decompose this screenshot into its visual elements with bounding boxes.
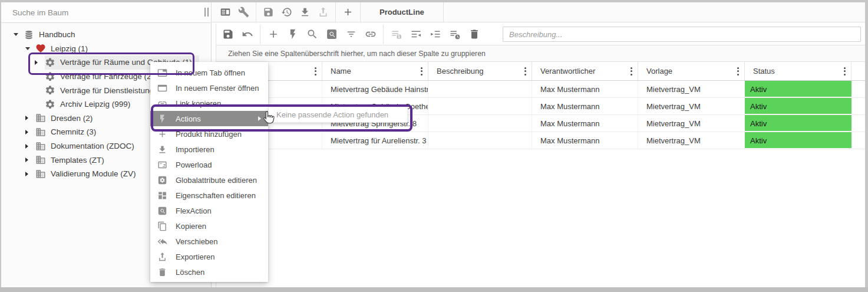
tree-search-row [1,2,211,23]
panel-splitter-handle[interactable] [204,8,209,17]
move-icon [157,237,167,247]
cell-name: Mietvertrag Gebäude Hainstr. 9 [322,81,428,97]
chevron-right-icon[interactable] [25,158,35,162]
tab-bar: ProductLine [212,2,865,22]
save-icon[interactable] [218,24,237,45]
search-icon[interactable] [302,24,322,45]
column-menu-icon[interactable] [844,67,851,76]
menu-item-actions[interactable]: Actions [150,111,268,126]
powerload-icon [157,160,167,170]
description-filter-input[interactable] [503,27,861,42]
upload-icon[interactable] [314,2,332,22]
menu-item-delete[interactable]: Löschen [150,264,268,280]
tab-productline[interactable]: ProductLine [364,2,440,22]
column-menu-icon[interactable] [524,67,532,76]
cell-vorlage: Mietvertrag_VM [638,132,745,149]
submenu-empty-message: Keine passende Action gefunden [276,110,388,119]
grid-toolbar [216,24,865,45]
column-menu-icon[interactable] [421,67,428,76]
status-badge: Aktiv [745,115,852,132]
column-menu-icon[interactable] [631,67,638,76]
column-header-vorlage[interactable]: Vorlage [638,62,745,80]
status-badge: Aktiv [745,81,852,97]
chevron-right-icon[interactable] [25,144,35,149]
filter-icon[interactable] [341,24,361,45]
menu-item-move[interactable]: Verschieben [150,234,268,249]
download-icon[interactable] [296,2,314,22]
building-icon [35,127,46,137]
link-icon[interactable] [361,24,380,45]
column-header-verantwortlicher[interactable]: Verantwortlicher [532,62,638,80]
menu-item-copy[interactable]: Kopieren [150,218,268,234]
building-icon [35,169,46,179]
cell-beschreibung [428,81,532,97]
database-icon [24,29,34,40]
chevron-right-icon[interactable] [25,130,35,134]
data-grid: Produkt-ID Name Beschreibung Verantwortl… [216,62,865,287]
menu-item-flexaction[interactable]: FlexAction [150,203,268,218]
global-attributes-icon [157,175,167,185]
table-row[interactable]: Mietvertrag für Aurelienstr. 3 Max Muste… [216,132,865,149]
gear-icon [45,85,55,96]
menu-item-export[interactable]: Exportieren [150,249,268,264]
chevron-down-icon[interactable] [25,47,35,50]
cell-verantwortlicher: Max Mustermann [532,132,638,149]
chevron-right-icon[interactable] [25,116,35,120]
chevron-right-icon[interactable] [25,172,35,176]
menu-item-edit-properties[interactable]: Eigenschaften editieren [150,188,268,203]
cell-vorlage: Mietvertrag_VM [638,115,745,132]
column-header-beschreibung[interactable]: Beschreibung [428,62,532,80]
group-by-hint: Ziehen Sie eine Spaltenüberschrift hierh… [228,50,486,58]
link-icon [157,99,167,109]
divider [383,25,384,44]
menu-item-copy-link[interactable]: Link kopieren [150,96,268,111]
list-collapse-icon[interactable] [406,24,425,45]
gear-icon [45,57,55,68]
column-menu-icon[interactable] [737,67,744,76]
trash-icon[interactable] [464,24,484,45]
tree-item-leipzig[interactable]: Leipzig (1) [1,42,211,56]
bolt-icon[interactable] [283,24,302,45]
window-icon [157,83,167,93]
flex-search-icon[interactable] [322,24,341,45]
window-frame [0,0,868,2]
menu-item-add-product[interactable]: Produkt hinzufügen [150,126,268,142]
chevron-down-icon[interactable] [14,33,24,36]
menu-item-import[interactable]: Importieren [150,142,268,157]
menu-item-open-new-window[interactable]: In neuem Fenster öffnen [150,80,268,96]
list-indent-icon[interactable] [425,24,445,45]
column-header-status[interactable]: Status [745,62,852,80]
view-list-icon[interactable] [216,2,235,22]
divider [256,2,256,22]
plus-icon[interactable] [339,2,357,22]
plus-icon[interactable] [263,24,283,45]
list-save-icon[interactable] [387,24,406,45]
tree-item-handbuch[interactable]: Handbuch [1,28,211,42]
cell-beschreibung [428,132,532,149]
save-icon[interactable] [259,2,278,22]
column-header-name[interactable]: Name [322,62,428,80]
gear-icon [45,99,55,110]
submenu-arrow-icon [258,116,261,121]
menu-item-edit-global-attributes[interactable]: Globalattribute editieren [150,172,268,188]
history-icon[interactable] [278,2,296,22]
tab-icon [157,68,167,78]
undo-icon[interactable] [237,24,257,45]
window-frame [0,0,1,292]
tree-search-input[interactable] [1,2,211,22]
menu-item-open-new-tab[interactable]: In neuem Tab öffnen [150,65,268,80]
divider [335,2,336,22]
divider [360,2,361,22]
wrench-icon[interactable] [235,2,253,22]
main-panel: ProductLine Ziehen Sie eine Spaltenübers… [212,2,865,287]
table-row[interactable]: Mietvertrag Gebäude Hainstr. 9 Max Muste… [216,81,865,98]
trash-icon [157,267,167,277]
list-history-icon[interactable] [445,24,464,45]
building-icon [35,113,46,123]
menu-item-powerload[interactable]: Powerload [150,157,268,172]
group-by-bar[interactable]: Ziehen Sie eine Spaltenüberschrift hierh… [216,45,865,62]
column-menu-icon[interactable] [315,67,322,76]
chevron-right-icon[interactable] [35,60,45,65]
status-badge: Aktiv [745,98,852,114]
download-icon [157,145,167,155]
